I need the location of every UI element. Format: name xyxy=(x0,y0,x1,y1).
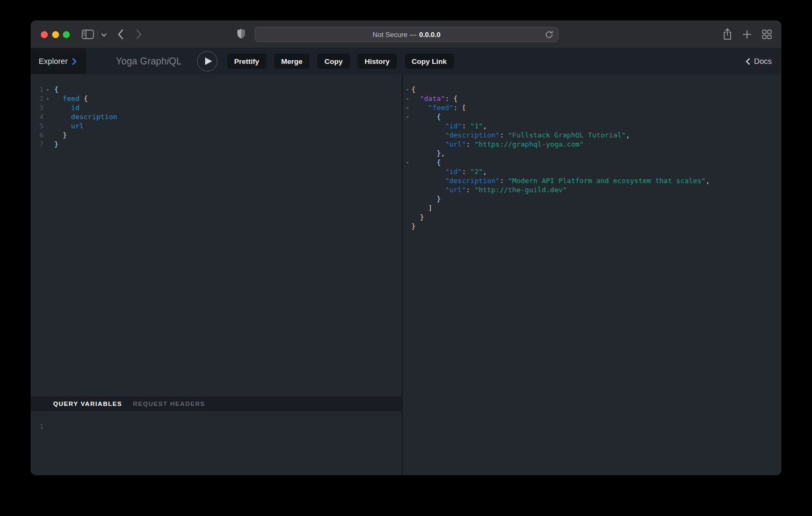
code-line: "description": "Modern API Platform and … xyxy=(403,176,781,185)
code-text: }, xyxy=(411,149,445,158)
tab-request-headers[interactable]: REQUEST HEADERS xyxy=(133,401,206,407)
line-number: 2 xyxy=(31,94,44,103)
code-line: 5 url xyxy=(31,121,402,130)
query-editor-lines: 1▾{2▾ feed {3 id4 description5 url6 }7} xyxy=(31,85,402,149)
code-text: { xyxy=(411,112,441,121)
code-text: description xyxy=(54,112,117,121)
code-text: } xyxy=(54,130,67,140)
fold-arrow-icon[interactable]: ▾ xyxy=(406,113,409,122)
code-line: 1▾{ xyxy=(31,85,402,94)
fold-arrow-icon[interactable]: ▾ xyxy=(406,158,409,168)
code-line: } xyxy=(403,222,781,231)
code-line: } xyxy=(403,213,781,222)
privacy-shield-icon[interactable] xyxy=(237,28,245,39)
minimize-window-button[interactable] xyxy=(52,31,59,38)
tab-overview-grid-icon[interactable] xyxy=(762,30,772,39)
code-text: } xyxy=(411,213,424,222)
execute-query-button[interactable] xyxy=(197,51,218,71)
browser-titlebar: Not Secure — 0.0.0.0 xyxy=(31,20,781,48)
close-window-button[interactable] xyxy=(41,31,48,38)
fold-arrow-icon[interactable]: ▾ xyxy=(406,95,409,104)
explorer-label: Explorer xyxy=(39,57,68,66)
docs-button[interactable]: Docs xyxy=(745,48,772,74)
code-text: "data": { xyxy=(411,94,458,103)
code-text: "url": "https://graphql-yoga.com" xyxy=(411,140,584,149)
query-editor[interactable]: 1▾{2▾ feed {3 id4 description5 url6 }7} xyxy=(31,74,402,396)
share-icon[interactable] xyxy=(722,28,733,40)
code-text: id xyxy=(54,103,79,112)
security-label: Not Secure — xyxy=(373,31,417,39)
fold-arrow-icon[interactable]: ▾ xyxy=(46,95,49,104)
code-line: "description": "Fullstack GraphQL Tutori… xyxy=(403,130,781,140)
forward-button-icon[interactable] xyxy=(136,29,142,40)
code-text: ] xyxy=(411,204,432,213)
code-text: { xyxy=(411,85,416,94)
chevron-right-icon xyxy=(72,58,77,65)
code-line: }, xyxy=(403,149,781,158)
divider xyxy=(97,30,98,39)
code-text: "id": "1", xyxy=(411,121,487,130)
code-text: } xyxy=(411,194,441,204)
code-text: "url": "http://the-guild.dev" xyxy=(411,185,567,194)
line-number: 3 xyxy=(31,103,44,112)
browser-window: Not Secure — 0.0.0.0 xyxy=(31,20,781,475)
line-number: 6 xyxy=(31,130,44,140)
code-line: } xyxy=(403,194,781,204)
line-number: 5 xyxy=(31,121,44,130)
play-icon xyxy=(205,57,212,65)
title-part: QL xyxy=(169,56,182,67)
fold-arrow-icon[interactable]: ▾ xyxy=(406,104,409,113)
line-number: 4 xyxy=(31,112,44,121)
line-number: 7 xyxy=(31,140,44,149)
chevron-left-icon xyxy=(745,58,750,65)
reload-icon[interactable] xyxy=(545,31,553,39)
code-line: 4 description xyxy=(31,112,402,121)
secondary-editor-tabs[interactable]: QUERY VARIABLES REQUEST HEADERS xyxy=(31,396,402,411)
code-line: ▾ { xyxy=(403,158,781,167)
explorer-toggle[interactable]: Explorer xyxy=(31,48,86,74)
traffic-lights xyxy=(41,31,70,38)
sidebar-chevron-down-icon[interactable] xyxy=(101,33,107,37)
toolbar-buttons: PrettifyMergeCopyHistoryCopy Link xyxy=(227,54,454,69)
line-number: 1 xyxy=(31,422,44,431)
code-line: ▾ "feed": [ xyxy=(403,103,781,112)
code-line: ] xyxy=(403,204,781,213)
new-tab-plus-icon[interactable] xyxy=(743,30,751,39)
sidebar-toggle-icon[interactable] xyxy=(82,30,94,39)
zoom-window-button[interactable] xyxy=(63,31,70,38)
code-line: ▾{ xyxy=(403,85,781,94)
code-text: "feed": [ xyxy=(411,103,466,112)
response-lines: ▾{▾ "data": {▾ "feed": [▾ { "id": "1", "… xyxy=(403,85,781,231)
history-button[interactable]: History xyxy=(358,54,397,69)
address-bar[interactable]: Not Secure — 0.0.0.0 xyxy=(255,27,559,42)
graphiql-toolbar: Explorer Yoga GraphiQL PrettifyMergeCopy… xyxy=(31,48,781,74)
copy-button[interactable]: Copy xyxy=(317,54,350,69)
prettify-button[interactable]: Prettify xyxy=(227,54,266,69)
url-host: 0.0.0.0 xyxy=(419,31,440,39)
code-line: 2▾ feed { xyxy=(31,94,402,103)
code-line: 7} xyxy=(31,140,402,149)
copy-link-button[interactable]: Copy Link xyxy=(405,54,454,69)
back-button-icon[interactable] xyxy=(117,29,124,40)
code-line: "id": "1", xyxy=(403,121,781,130)
code-line: "url": "http://the-guild.dev" xyxy=(403,185,781,194)
code-text: { xyxy=(54,85,59,94)
tab-query-variables[interactable]: QUERY VARIABLES xyxy=(53,401,122,407)
code-text: feed { xyxy=(54,94,88,103)
editor-area: 1▾{2▾ feed {3 id4 description5 url6 }7} … xyxy=(31,74,781,475)
query-variables-editor[interactable]: 1 xyxy=(31,411,402,475)
page-title: Yoga GraphiQL xyxy=(95,48,202,74)
docs-label: Docs xyxy=(754,57,772,66)
code-line: "url": "https://graphql-yoga.com" xyxy=(403,140,781,149)
fold-arrow-icon[interactable]: ▾ xyxy=(406,85,409,95)
fold-arrow-icon[interactable]: ▾ xyxy=(46,85,49,95)
left-pane: 1▾{2▾ feed {3 id4 description5 url6 }7} … xyxy=(31,74,402,475)
merge-button[interactable]: Merge xyxy=(274,54,310,69)
code-line: "id": "2", xyxy=(403,167,781,176)
code-text: } xyxy=(411,222,416,231)
code-text: } xyxy=(54,140,59,149)
line-number: 1 xyxy=(31,85,44,94)
code-text: "description": "Modern API Platform and … xyxy=(411,176,710,185)
code-line: ▾ "data": { xyxy=(403,94,781,103)
desktop-background: Not Secure — 0.0.0.0 xyxy=(0,0,812,516)
